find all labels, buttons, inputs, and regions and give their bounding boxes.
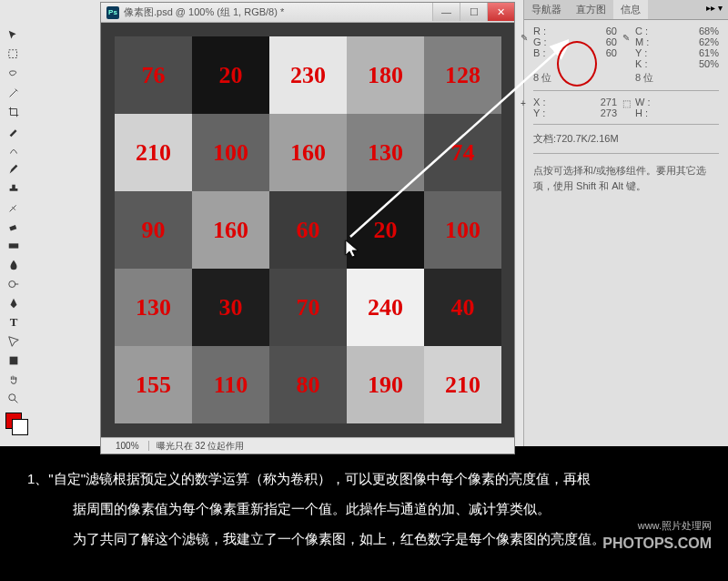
- pixel-cell: 210: [424, 346, 501, 423]
- info-c: 68%: [699, 25, 719, 36]
- pixel-cell: 100: [192, 114, 269, 191]
- svg-rect-1: [9, 225, 16, 231]
- info-r: 60: [606, 25, 617, 36]
- eraser-tool-icon[interactable]: [4, 219, 24, 235]
- info-panel: 导航器 直方图 信息 ▸▸ ▾ ✎ R :60 G :60 B :60 ✎ C …: [523, 0, 728, 446]
- close-button[interactable]: ✕: [487, 3, 514, 21]
- pixel-cell: 130: [115, 269, 192, 346]
- pixel-cell: 155: [115, 346, 192, 423]
- pixel-cell: 130: [347, 114, 424, 191]
- blur-tool-icon[interactable]: [4, 257, 24, 273]
- panel-hint: 点按可选择和/或拖移组件。要用其它选项，使用 Shift 和 Alt 键。: [533, 159, 719, 197]
- canvas[interactable]: 7620230180128210100160130749016060201001…: [101, 23, 514, 437]
- toolbox: T: [0, 0, 27, 446]
- stamp-tool-icon[interactable]: [4, 180, 24, 197]
- svg-rect-0: [9, 50, 17, 58]
- eyedropper-icon: ✎: [521, 33, 528, 43]
- pixel-cell: 80: [269, 346, 347, 423]
- maximize-button[interactable]: ☐: [460, 3, 487, 21]
- wand-tool-icon[interactable]: [4, 85, 24, 101]
- pixel-cell: 100: [424, 191, 501, 269]
- info-k: 50%: [699, 58, 719, 69]
- brush-tool-icon[interactable]: [4, 161, 24, 178]
- panel-menu-icon[interactable]: ▸▸ ▾: [701, 0, 728, 19]
- crosshair-icon: +: [521, 98, 526, 108]
- svg-point-3: [9, 281, 15, 288]
- tab-histogram[interactable]: 直方图: [569, 0, 613, 19]
- watermark: www.照片处理网 PHOTOPS.COM: [602, 519, 712, 554]
- pixel-cell: 240: [347, 269, 424, 346]
- dimension-icon: ⬚: [622, 98, 631, 108]
- lasso-tool-icon[interactable]: [4, 66, 24, 82]
- caption-line3: 为了共同了解这个滤镜，我建立了一个像素图，如上，红色数字是每个像素图的亮度值。: [27, 524, 701, 554]
- heal-tool-icon[interactable]: [4, 142, 24, 158]
- pixel-cell: 74: [424, 114, 501, 191]
- ps-icon: Ps: [106, 6, 119, 19]
- info-x: 271: [601, 97, 617, 107]
- pixel-cell: 40: [424, 269, 501, 346]
- foreground-color[interactable]: [5, 413, 22, 429]
- caption: 1、"自定"滤镜根据预定义的数学运算（称为卷积），可以更改图像中每个像素的亮度值…: [0, 445, 728, 581]
- pixel-cell: 210: [115, 114, 192, 191]
- pixel-cell: 76: [115, 36, 192, 114]
- dodge-tool-icon[interactable]: [4, 276, 24, 292]
- svg-point-5: [9, 394, 15, 401]
- caption-line1: 1、"自定"滤镜根据预定义的数学运算（称为卷积），可以更改图像中每个像素的亮度值…: [27, 464, 701, 494]
- pixel-cell: 180: [347, 36, 424, 114]
- rgb-highlight-circle: [557, 41, 597, 87]
- tab-navigator[interactable]: 导航器: [524, 0, 569, 19]
- type-tool-icon[interactable]: T: [4, 314, 24, 331]
- pixel-cell: 20: [347, 191, 424, 269]
- pixel-cell: 70: [269, 269, 347, 346]
- bit-depth-l: 8 位: [533, 72, 551, 83]
- history-brush-icon[interactable]: [4, 199, 24, 216]
- pixel-cell: 160: [192, 191, 269, 269]
- info-m: 62%: [699, 36, 719, 47]
- tab-info[interactable]: 信息: [613, 0, 648, 19]
- marquee-tool-icon[interactable]: [4, 46, 24, 63]
- doc-size: 文档:720.7K/2.16M: [533, 130, 719, 148]
- pixel-cell: 60: [269, 191, 347, 269]
- pen-tool-icon[interactable]: [4, 295, 24, 311]
- eyedropper-icon: ✎: [622, 33, 630, 43]
- move-tool-icon[interactable]: [4, 27, 24, 44]
- titlebar[interactable]: Ps 像素图.psd @ 100% (组 1, RGB/8) * — ☐ ✕: [101, 3, 514, 23]
- info-b: 60: [606, 47, 617, 58]
- pixel-cell: 190: [347, 346, 424, 423]
- eyedropper-tool-icon[interactable]: [4, 123, 24, 139]
- pixel-cell: 110: [192, 346, 269, 423]
- document-window: Ps 像素图.psd @ 100% (组 1, RGB/8) * — ☐ ✕ 7…: [100, 2, 515, 454]
- pixel-cell: 160: [269, 114, 347, 191]
- pixel-cell: 230: [269, 36, 347, 114]
- window-title: 像素图.psd @ 100% (组 1, RGB/8) *: [124, 5, 284, 19]
- pixel-cell: 20: [192, 36, 269, 114]
- path-tool-icon[interactable]: [4, 333, 24, 350]
- minimize-button[interactable]: —: [432, 3, 460, 21]
- hand-tool-icon[interactable]: [4, 372, 24, 388]
- svg-rect-2: [9, 243, 19, 248]
- gradient-tool-icon[interactable]: [4, 238, 24, 254]
- pixel-cell: 128: [424, 36, 501, 114]
- pixel-grid: 7620230180128210100160130749016060201001…: [115, 36, 501, 423]
- crop-tool-icon[interactable]: [4, 104, 24, 120]
- pixel-cell: 30: [192, 269, 269, 346]
- info-y2: 273: [601, 107, 617, 118]
- zoom-tool-icon[interactable]: [4, 391, 24, 407]
- svg-rect-4: [10, 357, 18, 365]
- shape-tool-icon[interactable]: [4, 352, 24, 369]
- caption-line2: 据周围的像素值为每个像素重新指定一个值。此操作与通道的加、减计算类似。: [27, 494, 701, 524]
- pixel-cell: 90: [115, 191, 192, 269]
- bit-depth-r: 8 位: [635, 72, 653, 83]
- info-y: 61%: [699, 47, 719, 58]
- info-g: 60: [606, 36, 617, 47]
